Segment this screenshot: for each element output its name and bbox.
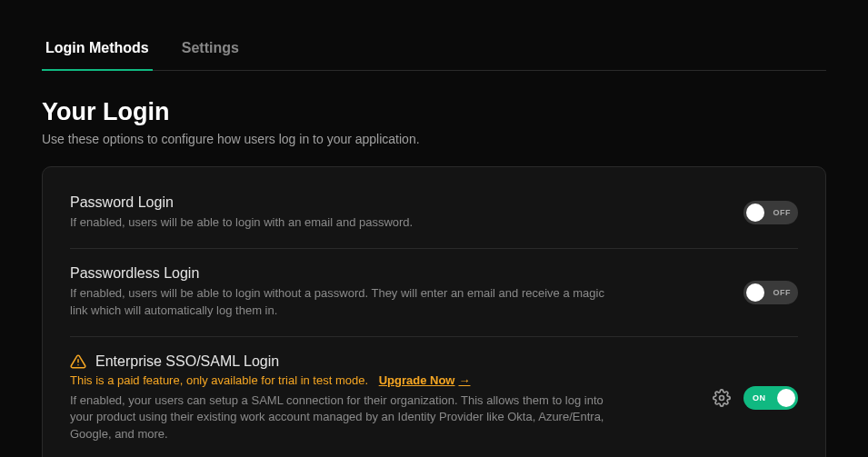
toggle-password-login[interactable]: OFF	[743, 201, 798, 224]
row-desc-sso: If enabled, your users can setup a SAML …	[70, 392, 624, 444]
toggle-label: ON	[753, 393, 766, 402]
toggle-passwordless-login[interactable]: OFF	[743, 281, 798, 304]
svg-point-2	[720, 396, 724, 401]
row-title-sso: Enterprise SSO/SAML Login	[95, 353, 279, 370]
toggle-label: OFF	[773, 288, 792, 297]
page-title: Your Login	[42, 98, 826, 126]
tab-settings[interactable]: Settings	[178, 27, 243, 71]
toggle-sso-login[interactable]: ON	[743, 386, 798, 410]
row-desc-password: If enabled, users will be able to login …	[70, 214, 624, 232]
arrow-right-icon: →	[458, 373, 470, 387]
row-desc-passwordless: If enabled, users will be able to login …	[70, 285, 624, 320]
row-password-login: Password Login If enabled, users will be…	[70, 178, 798, 249]
row-title-passwordless: Passwordless Login	[70, 265, 624, 282]
row-sso-login: Enterprise SSO/SAML Login This is a paid…	[70, 337, 798, 457]
row-passwordless-login: Passwordless Login If enabled, users wil…	[70, 249, 798, 337]
page-subtitle: Use these options to configure how users…	[42, 132, 826, 146]
tab-login-methods[interactable]: Login Methods	[42, 27, 153, 71]
warning-icon	[70, 353, 86, 370]
upgrade-now-link[interactable]: Upgrade Now→	[379, 373, 471, 387]
tabs: Login Methods Settings	[42, 27, 826, 71]
toggle-knob	[746, 204, 764, 222]
toggle-label: OFF	[773, 208, 792, 217]
toggle-knob	[777, 389, 795, 407]
row-title-password: Password Login	[70, 194, 624, 211]
login-methods-card: Password Login If enabled, users will be…	[42, 166, 826, 457]
paid-notice: This is a paid feature, only available f…	[70, 373, 368, 387]
toggle-knob	[746, 283, 764, 302]
gear-icon[interactable]	[713, 389, 731, 407]
